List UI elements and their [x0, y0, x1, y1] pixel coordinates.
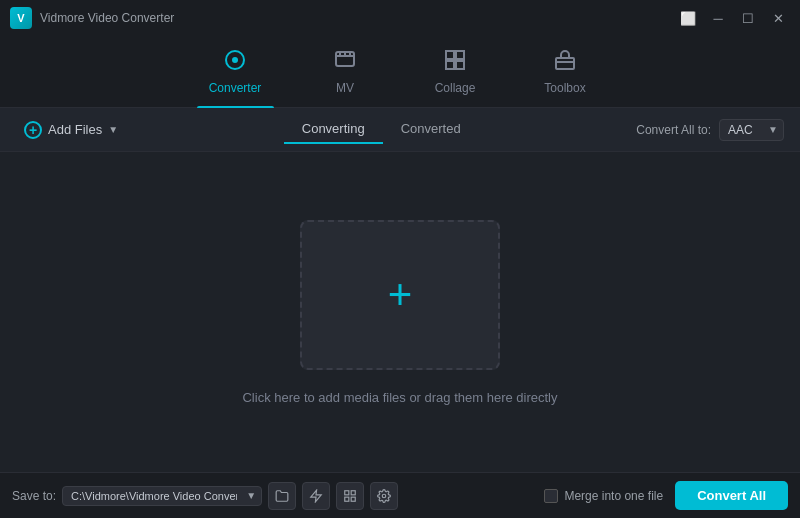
svg-point-1: [232, 57, 238, 63]
title-left: V Vidmore Video Converter: [10, 7, 174, 29]
lightning-button[interactable]: [302, 482, 330, 510]
add-files-plus-icon: +: [24, 121, 42, 139]
grid-button[interactable]: [336, 482, 364, 510]
svg-rect-10: [345, 490, 349, 494]
collage-icon: [443, 48, 467, 76]
footer: Save to: ▼: [0, 472, 800, 518]
converted-tab[interactable]: Converted: [383, 115, 479, 144]
format-select-wrapper: AAC MP3 MP4 AVI MOV MKV FLAC WAV ▼: [719, 119, 784, 141]
minimize-button[interactable]: ─: [704, 6, 732, 30]
svg-marker-9: [311, 490, 322, 502]
add-files-label: Add Files: [48, 122, 102, 137]
main-content: + Click here to add media files or drag …: [0, 152, 800, 472]
tab-converter-label: Converter: [209, 81, 262, 95]
add-files-button[interactable]: + Add Files ▼: [16, 116, 126, 144]
title-bar: V Vidmore Video Converter ⬜ ─ ☐ ✕: [0, 0, 800, 36]
converting-tab[interactable]: Converting: [284, 115, 383, 144]
save-path-wrapper: ▼: [62, 486, 262, 506]
close-button[interactable]: ✕: [764, 6, 792, 30]
tab-mv-label: MV: [336, 81, 354, 95]
settings-button[interactable]: [370, 482, 398, 510]
add-files-dropdown-arrow: ▼: [108, 124, 118, 135]
toolbox-icon: [553, 48, 577, 76]
tab-converter[interactable]: Converter: [180, 36, 290, 108]
convert-all-to-label: Convert All to:: [636, 123, 711, 137]
app-logo: V: [10, 7, 32, 29]
svg-rect-7: [556, 58, 574, 69]
merge-checkbox-wrapper[interactable]: Merge into one file: [544, 489, 663, 503]
save-to-label: Save to:: [12, 489, 56, 503]
svg-point-14: [382, 494, 386, 498]
svg-rect-11: [351, 490, 355, 494]
toolbar-center: Converting Converted: [284, 115, 479, 144]
toolbar: + Add Files ▼ Converting Converted Conve…: [0, 108, 800, 152]
drop-hint-text: Click here to add media files or drag th…: [242, 390, 557, 405]
folder-browse-button[interactable]: [268, 482, 296, 510]
maximize-button[interactable]: ☐: [734, 6, 762, 30]
svg-rect-13: [345, 497, 349, 501]
drop-zone[interactable]: +: [300, 220, 500, 370]
drop-zone-plus-icon: +: [388, 274, 413, 316]
convert-all-button[interactable]: Convert All: [675, 481, 788, 510]
merge-checkbox[interactable]: [544, 489, 558, 503]
converter-icon: [223, 48, 247, 76]
footer-right: Merge into one file Convert All: [544, 481, 788, 510]
toolbar-left: + Add Files ▼: [16, 116, 126, 144]
tab-collage-label: Collage: [435, 81, 476, 95]
nav-tabs: Converter MV Collage: [0, 36, 800, 108]
svg-rect-6: [456, 61, 464, 69]
save-path-input[interactable]: [62, 486, 262, 506]
caption-button[interactable]: ⬜: [674, 6, 702, 30]
toolbar-right: Convert All to: AAC MP3 MP4 AVI MOV MKV …: [636, 119, 784, 141]
footer-left: Save to: ▼: [12, 482, 398, 510]
svg-rect-5: [446, 61, 454, 69]
svg-rect-4: [456, 51, 464, 59]
merge-label: Merge into one file: [564, 489, 663, 503]
format-select[interactable]: AAC MP3 MP4 AVI MOV MKV FLAC WAV: [719, 119, 784, 141]
svg-rect-3: [446, 51, 454, 59]
tab-mv[interactable]: MV: [290, 36, 400, 108]
tab-toolbox-label: Toolbox: [544, 81, 585, 95]
svg-rect-12: [351, 497, 355, 501]
window-controls: ⬜ ─ ☐ ✕: [674, 6, 792, 30]
app-title: Vidmore Video Converter: [40, 11, 174, 25]
tab-collage[interactable]: Collage: [400, 36, 510, 108]
mv-icon: [333, 48, 357, 76]
tab-toolbox[interactable]: Toolbox: [510, 36, 620, 108]
